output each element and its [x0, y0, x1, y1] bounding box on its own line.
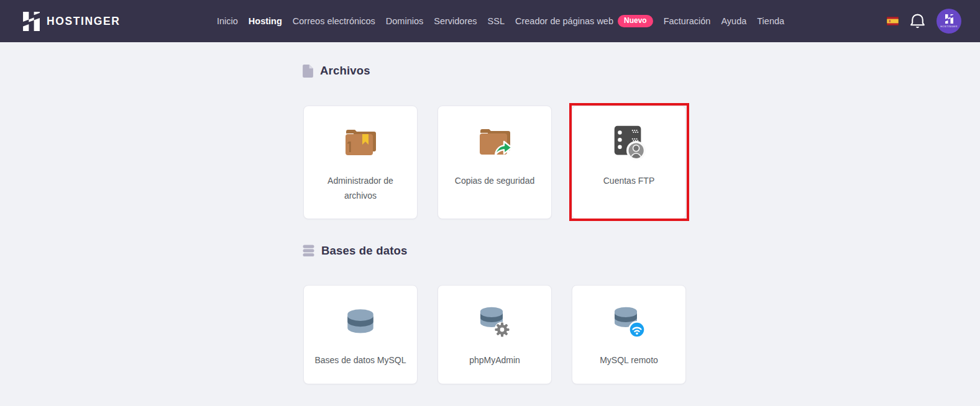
user-avatar[interactable]: HOSTINGER: [936, 9, 961, 34]
card-bases-de-datos-mysql[interactable]: Bases de datos MySQL: [303, 285, 418, 384]
top-navbar: HOSTINGER Inicio Hosting Correos electró…: [0, 0, 980, 42]
database-icon: [303, 245, 314, 257]
section-title-bases-de-datos: Bases de datos: [321, 244, 408, 258]
backup-folder-icon: [438, 117, 551, 168]
nav-correos-electronicos[interactable]: Correos electrónicos: [293, 16, 375, 26]
avatar-logo-icon: [945, 14, 953, 24]
nav-tienda[interactable]: Tienda: [757, 16, 784, 26]
mysql-remote-icon: [572, 297, 685, 348]
language-flag-icon[interactable]: [887, 17, 899, 25]
card-label: phpMyAdmin: [446, 353, 544, 368]
card-label: Bases de datos MySQL: [311, 353, 410, 368]
avatar-brand-text: HOSTINGER: [940, 25, 957, 28]
bases-de-datos-card-row: Bases de datos MySQL: [303, 285, 686, 384]
card-cuentas-ftp[interactable]: Cuentas FTP: [572, 106, 686, 219]
navbar-right-cluster: HOSTINGER: [887, 0, 961, 42]
mysql-database-icon: [304, 297, 417, 348]
nav-ayuda[interactable]: Ayuda: [721, 16, 746, 26]
card-label: Administrador de archivos: [311, 173, 410, 203]
card-phpmyadmin[interactable]: phpMyAdmin: [437, 285, 552, 384]
main-nav: Inicio Hosting Correos electrónicos Domi…: [217, 0, 795, 42]
card-label: MySQL remoto: [580, 353, 678, 368]
hostinger-logo[interactable]: HOSTINGER: [23, 0, 120, 42]
nav-servidores[interactable]: Servidores: [434, 16, 477, 26]
card-label: Cuentas FTP: [580, 173, 678, 188]
card-administrador-de-archivos[interactable]: Administrador de archivos: [303, 106, 418, 219]
nav-facturacion[interactable]: Facturación: [664, 16, 711, 26]
card-label: Copias de seguridad: [446, 173, 544, 188]
card-mysql-remoto[interactable]: MySQL remoto: [572, 285, 686, 384]
brand-name: HOSTINGER: [47, 15, 120, 28]
hostinger-logo-icon: [23, 12, 40, 31]
ftp-server-icon: [572, 117, 685, 168]
card-copias-de-seguridad[interactable]: Copias de seguridad: [437, 106, 552, 219]
file-manager-folder-icon: [304, 117, 417, 168]
nuevo-badge: Nuevo: [618, 15, 653, 27]
nav-dominios[interactable]: Dominios: [386, 16, 423, 26]
phpmyadmin-icon: [438, 297, 551, 348]
section-archivos-header: Archivos: [303, 64, 370, 78]
nav-inicio[interactable]: Inicio: [217, 16, 238, 26]
nav-creador-de-paginas-web[interactable]: Creador de páginas web Nuevo: [515, 15, 653, 27]
nav-ssl[interactable]: SSL: [488, 16, 505, 26]
notifications-bell-icon[interactable]: [909, 12, 926, 30]
section-title-archivos: Archivos: [320, 64, 370, 78]
nav-hosting[interactable]: Hosting: [249, 16, 282, 26]
section-bases-de-datos-header: Bases de datos: [303, 244, 408, 258]
archivos-card-row: Administrador de archivos Copias de segu…: [303, 106, 686, 219]
file-icon: [303, 65, 313, 78]
